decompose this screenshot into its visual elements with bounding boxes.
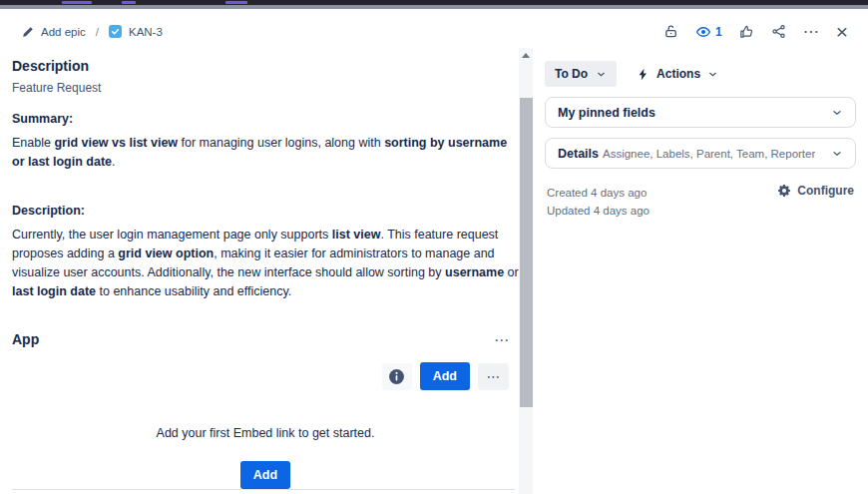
breadcrumb-separator: /	[96, 26, 99, 38]
ellipsis-icon: ⋯	[487, 369, 501, 383]
header-actions: 1 ⋯ ×	[663, 21, 848, 42]
eye-icon	[695, 24, 711, 40]
close-button[interactable]: ×	[836, 21, 848, 42]
gear-icon	[777, 184, 791, 198]
embed-info-button[interactable]	[382, 363, 412, 390]
chevron-down-icon	[596, 69, 607, 80]
embed-add-button[interactable]: Add	[420, 362, 470, 390]
details-panel[interactable]: DetailsAssignee, Labels, Parent, Team, R…	[545, 138, 856, 169]
ellipsis-icon: ⋯	[494, 331, 509, 348]
issue-side-column: To Do Actions My pinned fields	[533, 48, 868, 494]
embed-empty-state-text: Add your first Embed link to get started…	[12, 426, 519, 440]
browser-chrome-edge	[0, 0, 868, 5]
unlock-icon	[663, 24, 678, 39]
scrollbar-thumb[interactable]	[520, 98, 533, 407]
status-dropdown[interactable]: To Do	[545, 61, 617, 87]
app-more-button[interactable]: ⋯	[494, 332, 509, 347]
pinned-fields-title: My pinned fields	[558, 106, 655, 120]
description-subtitle[interactable]: Feature Request	[12, 81, 519, 95]
description-section-title: Description	[12, 58, 519, 74]
chevron-down-icon	[831, 148, 843, 160]
actions-dropdown[interactable]: Actions	[633, 61, 722, 87]
issue-meta: Created 4 days ago Updated 4 days ago Co…	[545, 184, 856, 220]
lightning-bolt-icon	[637, 68, 650, 81]
issue-dates: Created 4 days ago Updated 4 days ago	[547, 184, 650, 220]
configure-label: Configure	[797, 184, 854, 198]
add-epic-label: Add epic	[41, 26, 86, 38]
chrome-tab-fragment	[122, 1, 136, 4]
summary-paragraph[interactable]: Enable grid view vs list view for managi…	[12, 134, 519, 172]
details-fields-summary: Assignee, Labels, Parent, Team, Reporter	[603, 148, 815, 160]
embed-empty-add-button[interactable]: Add	[240, 461, 290, 489]
description-paragraph[interactable]: Currently, the user login management pag…	[12, 226, 519, 301]
thumbs-up-icon	[739, 24, 754, 39]
issue-key-link[interactable]: KAN-3	[109, 25, 163, 38]
breadcrumb: Add epic / KAN-3	[22, 25, 163, 38]
issue-key-label: KAN-3	[129, 26, 163, 38]
task-type-icon	[109, 25, 122, 38]
summary-label[interactable]: Summary:	[12, 112, 519, 126]
status-label: To Do	[555, 67, 588, 81]
chevron-down-icon	[707, 69, 718, 80]
issue-main-column: Description Feature Request Summary: Ena…	[0, 48, 519, 494]
share-icon	[771, 24, 786, 39]
issue-body: Description Feature Request Summary: Ena…	[0, 48, 868, 494]
chrome-tab-fragment	[62, 1, 92, 4]
app-section-header: App ⋯	[12, 331, 519, 347]
watchers-button[interactable]: 1	[695, 24, 722, 40]
details-title-text: Details	[558, 147, 599, 161]
info-icon	[388, 368, 405, 385]
issue-header: Add epic / KAN-3 1	[0, 9, 868, 48]
close-icon: ×	[836, 21, 848, 42]
updated-date: Updated 4 days ago	[547, 202, 650, 220]
embed-toolbar: Add ⋯	[12, 362, 519, 390]
watchers-count: 1	[715, 25, 722, 39]
app-section-title: App	[12, 331, 39, 347]
lock-button[interactable]	[663, 24, 678, 39]
jira-issue-view: Add epic / KAN-3 1	[0, 0, 868, 494]
created-date: Created 4 days ago	[547, 184, 650, 202]
status-row: To Do Actions	[545, 61, 856, 87]
vertical-scrollbar[interactable]	[519, 48, 533, 494]
pencil-icon	[22, 26, 34, 38]
chevron-down-icon	[831, 107, 843, 119]
configure-button[interactable]: Configure	[777, 184, 854, 198]
section-divider	[12, 489, 515, 490]
pinned-fields-panel[interactable]: My pinned fields	[545, 97, 856, 128]
description-label[interactable]: Description:	[12, 204, 519, 218]
scroll-up-arrow-icon[interactable]	[522, 53, 530, 58]
more-actions-button[interactable]: ⋯	[803, 24, 819, 40]
actions-label: Actions	[656, 67, 700, 81]
next-section-peek	[12, 489, 519, 494]
details-title: DetailsAssignee, Labels, Parent, Team, R…	[558, 147, 815, 161]
chrome-tab-fragment	[225, 1, 247, 4]
vote-button[interactable]	[739, 24, 754, 39]
share-button[interactable]	[771, 24, 786, 39]
ellipsis-icon: ⋯	[803, 24, 819, 40]
add-epic-button[interactable]: Add epic	[22, 26, 86, 38]
embed-more-button[interactable]: ⋯	[478, 363, 509, 390]
